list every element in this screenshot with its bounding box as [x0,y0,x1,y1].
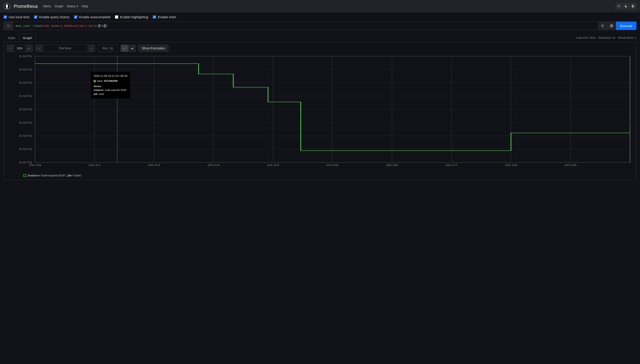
opt-linter[interactable]: Enable linter [153,15,176,19]
chart-type-stacked-button[interactable] [128,45,136,52]
opt-local-time-checkbox[interactable] [4,15,7,19]
nav-links: Alerts Graph Status ▾ Help [43,3,88,10]
tooltip-timestamp: 2024-11-09 20:21:23 +05:30 [94,74,127,78]
opt-linter-checkbox[interactable] [153,15,156,19]
globe-button[interactable] [607,22,616,30]
brand-title: Prometheus [14,4,38,9]
graph-controls: − + ‹ › Show Exemplars [7,45,633,52]
navbar: Prometheus Alerts Graph Status ▾ Help [0,0,640,12]
opt-local-time[interactable]: Use local time [4,15,30,19]
svg-text:3.57G: 3.57G [19,55,32,58]
opt-query-history[interactable]: Enable query history [34,15,70,19]
minus-icon: − [9,47,11,50]
svg-text:3.57G: 3.57G [19,148,32,151]
svg-text:20:28: 20:28 [505,164,517,167]
nav-help[interactable]: Help [82,3,88,10]
svg-point-3 [7,25,9,27]
stat-resolution: Resolution: 2s [598,36,615,39]
globe-icon [610,24,613,28]
end-time-input[interactable] [43,45,87,52]
opt-autocomplete-checkbox[interactable] [74,15,77,19]
query-text: max_over_time(node_memory_MemAvailable_b… [16,22,595,30]
tab-table[interactable]: Table [4,34,19,42]
range-group: − + [7,45,33,52]
svg-text:3.57G: 3.57G [19,161,32,164]
theme-dark-button[interactable] [623,3,629,10]
range-increase-button[interactable]: + [25,45,33,52]
metrics-explorer-button[interactable] [4,22,13,30]
chevron-right-icon: › [91,47,91,50]
opt-highlighting-checkbox[interactable] [115,15,118,19]
chart-legend[interactable]: {instance="node-exporter:9100", job="nod… [7,174,633,177]
chevron-left-icon: ‹ [39,47,40,50]
graph-panel: − + ‹ › Show Exemplars 3.57G3.57G3.57G3.… [4,42,636,180]
theme-light-button[interactable] [615,3,622,10]
opt-highlighting[interactable]: Enable highlighting [115,15,148,19]
svg-text:20:21: 20:21 [88,164,101,167]
svg-text:20:20: 20:20 [29,164,41,167]
svg-text:20:27: 20:27 [445,164,457,167]
tooltip-swatch [94,80,96,82]
end-time-group: ‹ › [35,45,95,52]
stat-load-time: Load time: 24ms [576,36,596,39]
format-icon [601,24,604,28]
range-decrease-button[interactable]: − [7,45,14,52]
time-back-button[interactable]: ‹ [35,45,43,52]
show-exemplars-button[interactable]: Show Exemplars [139,45,169,52]
stat-result-series: Result series: 1 [618,36,636,39]
query-stats: Load time: 24ms Resolution: 2s Result se… [576,36,636,39]
nav-graph[interactable]: Graph [55,3,63,10]
opt-query-history-checkbox[interactable] [34,15,37,19]
theme-auto-button[interactable] [630,3,636,10]
time-forward-button[interactable]: › [87,45,95,52]
sun-icon [617,5,620,8]
svg-text:20:29: 20:29 [564,164,577,167]
legend-swatch [23,174,26,177]
svg-text:20:24: 20:24 [267,164,279,167]
svg-text:3.57G: 3.57G [19,134,32,137]
svg-text:20:23: 20:23 [207,164,220,167]
range-input[interactable] [14,45,25,52]
resolution-input[interactable] [98,45,118,52]
svg-point-1 [618,6,619,7]
chart-type-line-button[interactable] [121,45,128,52]
svg-text:20:25: 20:25 [326,164,339,167]
nav-alerts[interactable]: Alerts [43,3,51,10]
tabs-row: Table Graph Load time: 24ms Resolution: … [0,34,640,42]
chart-svg: 3.57G3.57G3.57G3.57G3.57G3.57G3.57G3.57G… [7,54,633,168]
nav-status[interactable]: Status ▾ [67,3,78,10]
execute-button[interactable]: Execute [616,22,636,30]
legend-text: {instance="node-exporter:9100", job="nod… [27,174,82,177]
svg-text:3.57G: 3.57G [19,121,32,124]
moon-icon [624,5,627,8]
svg-text:3.57G: 3.57G [19,95,32,98]
contrast-icon [631,5,635,8]
search-icon [7,24,10,28]
svg-text:3.57G: 3.57G [19,68,32,71]
query-input[interactable]: max_over_time(node_memory_MemAvailable_b… [13,22,598,30]
area-chart-icon [131,47,134,50]
tabs: Table Graph [4,34,36,42]
plus-icon: + [28,47,30,50]
prometheus-logo-icon [4,3,10,10]
chart-type-group [121,45,136,52]
line-chart-icon [123,47,126,50]
chart-area[interactable]: 3.57G3.57G3.57G3.57G3.57G3.57G3.57G3.57G… [7,54,633,168]
theme-buttons [615,3,636,10]
caret-down-icon: ▾ [77,4,78,8]
options-bar: Use local time Enable query history Enab… [0,12,640,22]
opt-autocomplete[interactable]: Enable autocomplete [74,15,111,19]
chart-tooltip: 2024-11-09 20:21:23 +05:30 value: 357248… [91,72,130,98]
tab-graph[interactable]: Graph [19,34,36,42]
svg-text:20:26: 20:26 [386,164,398,167]
query-row: max_over_time(node_memory_MemAvailable_b… [0,22,640,32]
format-query-button[interactable] [598,22,607,30]
svg-text:3.57G: 3.57G [19,81,32,84]
svg-text:20:22: 20:22 [148,164,160,167]
svg-text:3.57G: 3.57G [19,108,32,111]
